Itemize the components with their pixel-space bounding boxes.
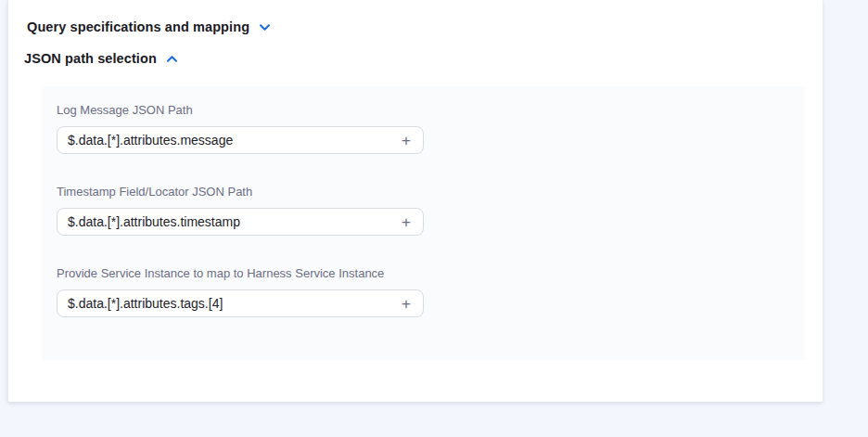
plus-icon[interactable]: +: [402, 133, 411, 148]
section-header-query-specifications[interactable]: Query specifications and mapping: [27, 19, 272, 34]
field-label: Log Message JSON Path: [57, 103, 790, 117]
section-header-json-path-selection[interactable]: JSON path selection: [24, 51, 179, 66]
chevron-up-icon[interactable]: [165, 52, 179, 66]
input-value: $.data.[*].attributes.tags.[4]: [68, 296, 223, 311]
field-timestamp-json-path: Timestamp Field/Locator JSON Path $.data…: [57, 185, 790, 236]
plus-icon[interactable]: +: [402, 296, 411, 312]
input-value: $.data.[*].attributes.message: [68, 133, 233, 148]
section-title: JSON path selection: [24, 51, 157, 66]
field-label: Timestamp Field/Locator JSON Path: [57, 185, 790, 199]
section-title: Query specifications and mapping: [27, 19, 249, 34]
log-message-json-path-input[interactable]: $.data.[*].attributes.message +: [57, 126, 424, 154]
json-path-selection-panel: Log Message JSON Path $.data.[*].attribu…: [42, 86, 805, 360]
settings-card: Query specifications and mapping JSON pa…: [7, 0, 823, 402]
chevron-down-icon[interactable]: [258, 20, 272, 34]
field-service-instance-json-path: Provide Service Instance to map to Harne…: [57, 266, 790, 317]
timestamp-json-path-input[interactable]: $.data.[*].attributes.timestamp +: [57, 208, 424, 236]
plus-icon[interactable]: +: [402, 214, 411, 230]
input-value: $.data.[*].attributes.timestamp: [68, 214, 240, 229]
field-label: Provide Service Instance to map to Harne…: [57, 266, 790, 280]
service-instance-json-path-input[interactable]: $.data.[*].attributes.tags.[4] +: [57, 289, 424, 317]
field-log-message-json-path: Log Message JSON Path $.data.[*].attribu…: [57, 103, 790, 154]
